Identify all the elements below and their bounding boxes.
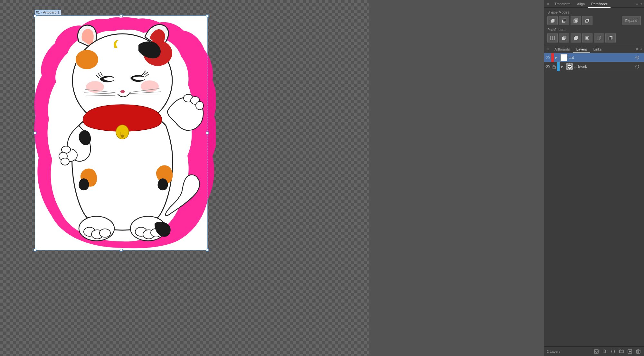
pathfinder-panel: × Transform Align Pathfinder ≡ « Shape M… bbox=[544, 0, 644, 45]
pathfinder-collapse-icon[interactable]: « bbox=[640, 2, 642, 5]
layers-panel: × Artboards Layers Links ≡ « ▶ bbox=[544, 45, 644, 356]
svg-rect-52 bbox=[575, 36, 578, 39]
pathfinders-row bbox=[547, 33, 641, 42]
svg-point-1 bbox=[76, 50, 98, 69]
pathfinder-content: Shape Modes: bbox=[544, 8, 644, 45]
layers-close-button[interactable]: × bbox=[546, 47, 550, 51]
layers-content: ▶ cut bbox=[544, 53, 644, 200]
svg-line-72 bbox=[605, 352, 607, 353]
layers-collapse-icon[interactable]: « bbox=[640, 47, 642, 51]
btn-trim[interactable] bbox=[559, 33, 569, 42]
layer-eye-cut[interactable] bbox=[544, 53, 551, 62]
svg-point-67 bbox=[568, 66, 570, 67]
layer-lock-artwork[interactable] bbox=[551, 62, 557, 71]
svg-point-23 bbox=[61, 158, 69, 165]
shape-modes-label: Shape Modes: bbox=[547, 10, 641, 14]
btn-exclude[interactable] bbox=[582, 16, 592, 25]
btn-search-layers[interactable] bbox=[601, 348, 608, 355]
layers-spacer bbox=[544, 200, 644, 347]
svg-point-71 bbox=[603, 350, 606, 352]
layer-expand-artwork[interactable]: ▶ bbox=[560, 62, 565, 71]
btn-crop[interactable] bbox=[582, 33, 592, 42]
tab-pathfinder[interactable]: Pathfinder bbox=[588, 0, 611, 8]
svg-point-10 bbox=[141, 80, 159, 92]
pathfinder-tabs: Transform Align Pathfinder bbox=[551, 0, 636, 8]
btn-delete-layer[interactable] bbox=[635, 348, 641, 355]
svg-rect-78 bbox=[620, 350, 623, 353]
svg-rect-39 bbox=[563, 19, 566, 22]
btn-outline[interactable] bbox=[594, 33, 604, 42]
svg-point-25 bbox=[121, 135, 124, 138]
tab-links[interactable]: Links bbox=[590, 45, 605, 53]
layer-name-cut: cut bbox=[569, 55, 634, 60]
svg-point-69 bbox=[636, 65, 639, 68]
svg-rect-58 bbox=[609, 37, 611, 40]
layers-panel-header: × Artboards Layers Links ≡ « bbox=[544, 45, 644, 53]
svg-rect-50 bbox=[564, 36, 566, 39]
layer-row-cut[interactable]: ▶ cut bbox=[544, 53, 644, 62]
btn-minus-back[interactable] bbox=[605, 33, 616, 42]
svg-rect-37 bbox=[552, 19, 554, 22]
shape-modes-row: Expand bbox=[547, 16, 641, 25]
svg-point-19 bbox=[196, 101, 204, 110]
pathfinder-menu-icon[interactable]: ≡ bbox=[636, 1, 638, 6]
layer-eye-artwork[interactable] bbox=[544, 62, 551, 71]
svg-point-31 bbox=[99, 229, 110, 237]
svg-rect-55 bbox=[597, 37, 600, 40]
btn-minus-front[interactable] bbox=[559, 16, 569, 25]
svg-point-68 bbox=[570, 66, 571, 67]
svg-rect-56 bbox=[598, 36, 601, 39]
layer-target-cut[interactable] bbox=[634, 53, 641, 62]
btn-locate-object[interactable] bbox=[610, 348, 616, 355]
tab-align[interactable]: Align bbox=[574, 0, 588, 8]
layer-name-artwork: artwork bbox=[574, 64, 634, 69]
artboard-label: 01 - Artboard 1 bbox=[35, 10, 61, 15]
layer-row-artwork[interactable]: ▶ artwork bbox=[544, 62, 644, 71]
layer-color-artwork bbox=[557, 62, 560, 71]
btn-new-layer[interactable] bbox=[627, 348, 633, 355]
btn-merge[interactable] bbox=[571, 33, 581, 42]
svg-point-62 bbox=[637, 57, 638, 58]
svg-rect-42 bbox=[575, 20, 577, 22]
layers-count: 2 Layers bbox=[547, 350, 560, 353]
btn-make-sublayer[interactable] bbox=[593, 348, 600, 355]
layers-menu-icon[interactable]: ≡ bbox=[636, 47, 638, 52]
btn-divide[interactable] bbox=[547, 33, 558, 42]
pathfinder-close-button[interactable]: × bbox=[546, 2, 550, 6]
tab-transform[interactable]: Transform bbox=[551, 0, 574, 8]
svg-point-61 bbox=[636, 56, 639, 59]
svg-rect-45 bbox=[586, 20, 588, 22]
layer-expand-cut[interactable]: ▶ bbox=[554, 53, 559, 62]
expand-button[interactable]: Expand bbox=[622, 16, 641, 25]
tab-layers[interactable]: Layers bbox=[573, 45, 590, 53]
cat-illustration bbox=[29, 16, 216, 261]
svg-point-60 bbox=[547, 57, 548, 58]
pathfinder-panel-header: × Transform Align Pathfinder ≡ « bbox=[544, 0, 644, 8]
layer-thumb-artwork bbox=[566, 63, 573, 70]
canvas-area: 01 - Artboard 1 bbox=[0, 0, 369, 356]
layer-thumb-cut bbox=[560, 54, 567, 61]
btn-collect-layer[interactable] bbox=[618, 348, 625, 355]
layer-target-artwork[interactable] bbox=[634, 62, 641, 71]
svg-rect-65 bbox=[553, 66, 555, 69]
right-panels: × Transform Align Pathfinder ≡ « Shape M… bbox=[544, 0, 644, 356]
svg-rect-70 bbox=[594, 350, 598, 353]
layer-color-cut bbox=[551, 53, 554, 62]
svg-rect-54 bbox=[586, 37, 588, 39]
svg-point-66 bbox=[567, 64, 572, 69]
pathfinders-label: Pathfinders: bbox=[547, 28, 641, 32]
layers-footer: 2 Layers bbox=[544, 346, 644, 356]
btn-unite[interactable] bbox=[547, 16, 558, 25]
svg-point-64 bbox=[547, 66, 548, 67]
layers-panel-tabs: Artboards Layers Links bbox=[551, 45, 636, 53]
tab-artboards[interactable]: Artboards bbox=[551, 45, 573, 53]
btn-intersect[interactable] bbox=[571, 16, 581, 25]
